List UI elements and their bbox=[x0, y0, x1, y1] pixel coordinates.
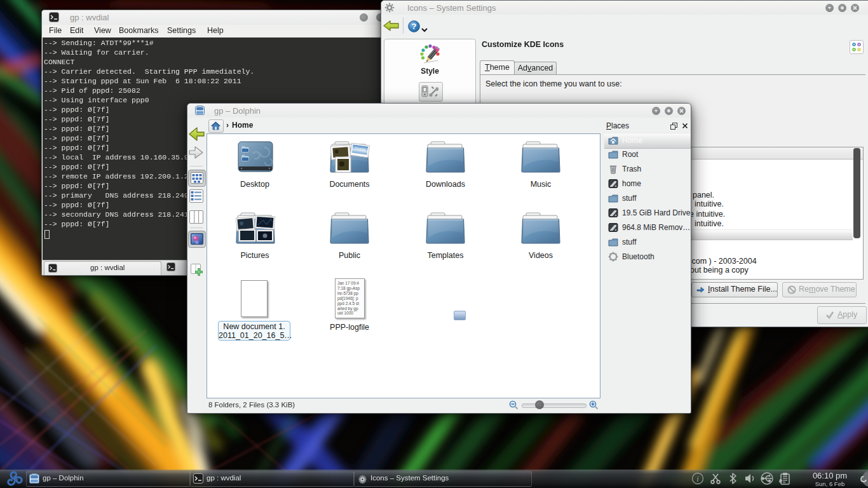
svg-text:i: i bbox=[696, 474, 699, 484]
svg-text:?: ? bbox=[412, 22, 417, 31]
